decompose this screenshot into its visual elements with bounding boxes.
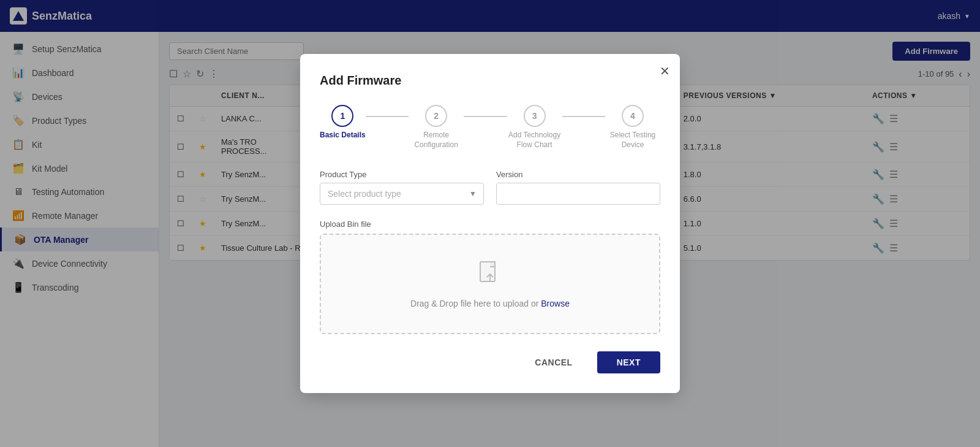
step-circle-2: 3: [524, 105, 546, 127]
step-label-0: Basic Details: [320, 131, 366, 140]
step-2: 3 Add Technology Flow Chart: [507, 105, 562, 150]
modal-footer: CANCEL NEXT: [320, 351, 660, 373]
add-firmware-modal: ✕ Add Firmware 1 Basic Details 2 Remote …: [300, 54, 680, 392]
browse-link[interactable]: Browse: [541, 299, 570, 308]
cancel-button[interactable]: CANCEL: [520, 351, 587, 373]
step-3: 4 Select Testing Device: [605, 105, 660, 150]
step-connector-2: [562, 116, 605, 117]
product-type-select-wrap: Select product type ▼: [320, 183, 484, 205]
step-circle-0: 1: [331, 105, 353, 127]
product-type-group: Product Type Select product type ▼: [320, 170, 484, 205]
product-type-label: Product Type: [320, 170, 484, 179]
close-button[interactable]: ✕: [660, 64, 670, 78]
step-connector-1: [464, 116, 507, 117]
product-type-select[interactable]: Select product type: [320, 183, 484, 205]
step-label-2: Add Technology Flow Chart: [507, 131, 562, 150]
step-circle-3: 4: [622, 105, 644, 127]
modal-overlay[interactable]: ✕ Add Firmware 1 Basic Details 2 Remote …: [0, 0, 980, 447]
version-input[interactable]: [496, 183, 660, 205]
upload-label: Upload Bin file: [320, 220, 660, 229]
modal-title: Add Firmware: [320, 74, 660, 88]
step-1: 2 Remote Configuration: [409, 105, 464, 150]
next-button[interactable]: NEXT: [597, 351, 660, 373]
upload-instruction: Drag & Drop file here to upload or Brows…: [410, 299, 570, 308]
upload-file-icon: [475, 259, 505, 291]
version-group: Version: [496, 170, 660, 205]
version-label: Version: [496, 170, 660, 179]
step-circle-1: 2: [425, 105, 447, 127]
step-label-3: Select Testing Device: [605, 131, 660, 150]
upload-area[interactable]: Drag & Drop file here to upload or Brows…: [320, 234, 660, 334]
step-connector-0: [366, 116, 409, 117]
upload-text: Drag & Drop file here to upload or: [410, 299, 538, 308]
step-label-1: Remote Configuration: [409, 131, 464, 150]
stepper: 1 Basic Details 2 Remote Configuration 3…: [320, 105, 660, 150]
step-0: 1 Basic Details: [320, 105, 366, 140]
form-row-1: Product Type Select product type ▼ Versi…: [320, 170, 660, 205]
